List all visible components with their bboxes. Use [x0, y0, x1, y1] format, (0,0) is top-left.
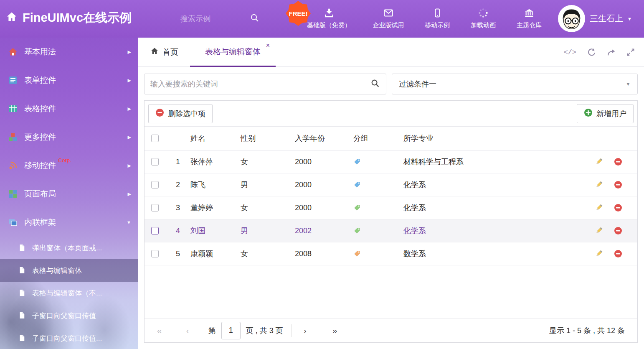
- sidebar-subitem-label: 表格与编辑窗体（不...: [32, 288, 102, 298]
- tab-bar: 首页 表格与编辑窗体 × </>: [138, 38, 644, 67]
- main-content: 首页 表格与编辑窗体 × </> 过滤条件一 ▼: [138, 38, 644, 349]
- search-icon[interactable]: [370, 79, 380, 90]
- nav-label: 加载动画: [471, 21, 496, 29]
- delete-selected-button[interactable]: 删除选中项: [148, 104, 213, 123]
- sidebar-item-more-controls[interactable]: 更多控件 ▶: [0, 123, 138, 151]
- delete-icon[interactable]: [614, 250, 622, 258]
- delete-icon[interactable]: [614, 181, 622, 189]
- tag-icon: [353, 181, 361, 189]
- caret-down-icon: ▼: [626, 81, 631, 87]
- sidebar-item-form-controls[interactable]: 表单控件 ▶: [0, 66, 138, 94]
- row-checkbox[interactable]: [151, 250, 159, 257]
- home-icon: [6, 11, 18, 25]
- sidebar-item-mobile-controls[interactable]: 移动控件 Corp. ▶: [0, 151, 138, 180]
- plus-circle-icon: [584, 108, 593, 119]
- file-icon: [18, 266, 27, 275]
- major-link[interactable]: 化学系: [403, 181, 426, 189]
- keyword-search-input[interactable]: [150, 80, 370, 89]
- row-checkbox[interactable]: [151, 181, 159, 189]
- sidebar-item-table-controls[interactable]: 表格控件 ▶: [0, 94, 138, 123]
- major-link[interactable]: 化学系: [403, 204, 426, 212]
- sidebar-subitem-label: 表格与编辑窗体: [32, 266, 82, 275]
- grid-empty-area: [145, 265, 637, 318]
- delete-icon[interactable]: [614, 204, 622, 212]
- pagination-bar: « ‹ 第 页 , 共 3 页 › » 显示 1 - 5 条 , 共 12 条: [145, 318, 637, 342]
- expand-icon[interactable]: [626, 48, 635, 56]
- file-icon: [18, 244, 27, 252]
- cell-year: 2002: [292, 227, 351, 235]
- last-page-icon[interactable]: »: [332, 326, 337, 335]
- code-icon[interactable]: </>: [563, 48, 576, 56]
- user-menu[interactable]: 三生石上 ▼: [590, 13, 632, 24]
- sidebar-subitem-grid-edit-window[interactable]: 表格与编辑窗体: [0, 259, 138, 282]
- sidebar-item-basic-usage[interactable]: 基本用法 ▶: [0, 38, 138, 66]
- tab-grid-edit-window[interactable]: 表格与编辑窗体 ×: [190, 38, 276, 67]
- next-page-icon[interactable]: ›: [304, 326, 307, 335]
- chevron-right-icon: ▶: [128, 163, 131, 168]
- sidebar-item-inline-frame[interactable]: 内联框架 ▼: [0, 208, 138, 237]
- edit-icon[interactable]: [595, 250, 603, 258]
- nav-item-theme-repo[interactable]: 主题仓库: [506, 5, 553, 29]
- cell-group: [351, 181, 401, 189]
- sidebar-subitem-child-to-parent[interactable]: 子窗口向父窗口传值: [0, 304, 138, 327]
- tag-icon: [353, 227, 361, 234]
- free-badge: FREE!: [285, 0, 311, 26]
- major-link[interactable]: 化学系: [403, 227, 426, 235]
- cell-gender: 男: [238, 180, 292, 190]
- refresh-icon[interactable]: [587, 48, 596, 57]
- bank-icon: [523, 5, 535, 18]
- keyword-search-box: [144, 74, 386, 94]
- download-icon: [324, 5, 335, 18]
- file-icon: [18, 311, 27, 320]
- data-grid: 删除选中项 新增用户 姓名 性别 入学年份 分组 所学专业 1 张萍萍 女: [144, 100, 638, 343]
- tag-icon: [353, 204, 361, 211]
- table-row: 1 张萍萍 女 2000 材料科学与工程系: [145, 150, 637, 173]
- sidebar-subitem-grid-edit-window-2[interactable]: 表格与编辑窗体（不...: [0, 282, 138, 304]
- filter-dropdown[interactable]: 过滤条件一 ▼: [392, 74, 638, 94]
- house-icon: [8, 46, 18, 57]
- header-search-input[interactable]: [180, 15, 243, 23]
- prev-page-icon[interactable]: ‹: [186, 326, 189, 335]
- delete-icon[interactable]: [614, 227, 622, 235]
- nav-item-enterprise-trial[interactable]: 企业版试用: [363, 5, 414, 29]
- edit-icon[interactable]: [595, 158, 603, 166]
- nav-item-loading-animation[interactable]: 加载动画: [461, 5, 506, 29]
- add-user-button[interactable]: 新增用户: [577, 104, 634, 123]
- table-icon: [8, 103, 18, 114]
- row-index: 5: [168, 250, 188, 258]
- frames-icon: [8, 217, 18, 228]
- nav-item-mobile-demo[interactable]: 移动示例: [414, 5, 461, 29]
- sidebar-subitem-child-to-parent-2[interactable]: 子窗口向父窗口传值...: [0, 327, 138, 349]
- delete-icon[interactable]: [614, 158, 622, 166]
- tab-home[interactable]: 首页: [150, 38, 178, 66]
- edit-icon[interactable]: [595, 181, 603, 189]
- major-link[interactable]: 材料科学与工程系: [403, 158, 464, 166]
- tab-home-label: 首页: [162, 47, 178, 58]
- first-page-icon[interactable]: «: [157, 326, 162, 335]
- edit-icon[interactable]: [595, 204, 603, 212]
- page-number-input[interactable]: [221, 322, 241, 339]
- header-nav: 基础版（免费） 企业版试用 移动示例 加载动画: [295, 5, 553, 29]
- share-icon[interactable]: [607, 48, 616, 57]
- brand-title: FineUIMvc在线示例: [23, 10, 132, 26]
- row-checkbox[interactable]: [151, 158, 159, 166]
- sidebar-subitem-popup-window[interactable]: 弹出窗体（本页面或...: [0, 237, 138, 259]
- file-icon: [18, 334, 27, 342]
- sidebar-item-page-layout[interactable]: 页面布局 ▶: [0, 180, 138, 208]
- row-index: 3: [168, 204, 188, 212]
- search-icon[interactable]: [250, 13, 260, 25]
- cell-name: 康颖颖: [188, 249, 238, 259]
- free-badge-text: FREE!: [289, 10, 308, 17]
- edit-icon[interactable]: [595, 227, 603, 235]
- page-prefix-label: 第: [208, 326, 216, 336]
- avatar[interactable]: [558, 5, 585, 32]
- row-checkbox[interactable]: [151, 204, 159, 211]
- major-link[interactable]: 数学系: [403, 250, 426, 258]
- nav-label: 移动示例: [425, 21, 450, 29]
- cell-name: 张萍萍: [188, 157, 238, 167]
- column-header-gender: 性别: [238, 133, 292, 143]
- close-icon[interactable]: ×: [266, 42, 270, 49]
- pagination-divider: [292, 324, 292, 337]
- select-all-checkbox[interactable]: [151, 135, 159, 142]
- row-checkbox[interactable]: [151, 227, 159, 234]
